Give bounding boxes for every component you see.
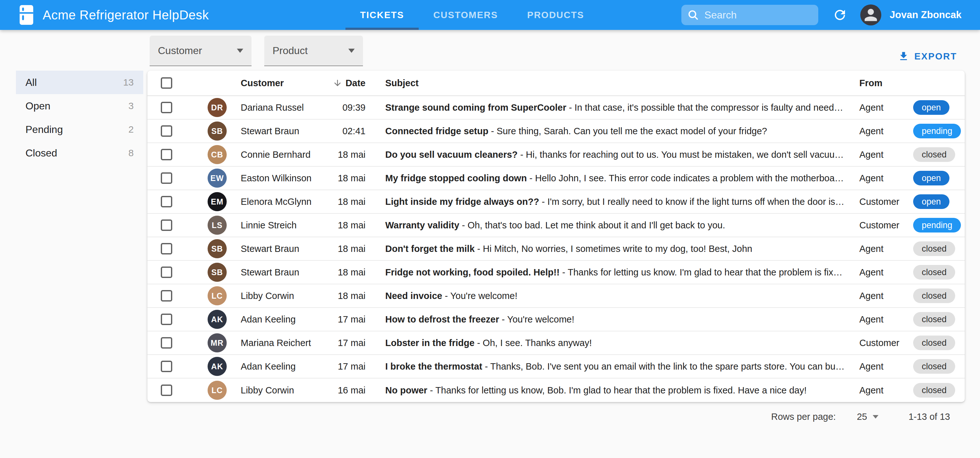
row-checkbox[interactable] bbox=[161, 149, 172, 160]
select-all-checkbox[interactable] bbox=[161, 77, 172, 89]
table-row[interactable]: SBStewart Braun02:41Connected fridge set… bbox=[147, 120, 965, 143]
row-checkbox[interactable] bbox=[161, 361, 172, 372]
row-checkbox[interactable] bbox=[161, 266, 172, 278]
customer-name: Easton Wilkinson bbox=[241, 173, 314, 184]
tab-tickets[interactable]: TICKETS bbox=[345, 0, 419, 30]
user-avatar[interactable] bbox=[860, 5, 881, 25]
search-box[interactable] bbox=[681, 5, 818, 25]
ticket-from: Agent bbox=[859, 314, 913, 325]
status-cell: closed bbox=[913, 147, 965, 162]
table-row[interactable]: SBStewart Braun18 maiFridge not working,… bbox=[147, 261, 965, 284]
row-checkbox-cell bbox=[161, 266, 172, 278]
product-filter-select[interactable]: Product bbox=[264, 36, 363, 66]
ticket-subject: Connected fridge setup - Sure thing, Sar… bbox=[385, 126, 846, 136]
header-date[interactable]: Date bbox=[315, 78, 366, 89]
status-badge: open bbox=[913, 171, 950, 185]
sidebar-item-label: Pending bbox=[25, 124, 63, 135]
ticket-subject-title: Warranty validity bbox=[385, 220, 460, 230]
table-row[interactable]: EWEaston Wilkinson18 maiMy fridge stoppe… bbox=[147, 166, 965, 190]
ticket-subject-title: How to defrost the freezer bbox=[385, 314, 499, 325]
row-checkbox[interactable] bbox=[161, 243, 172, 254]
row-checkbox-cell bbox=[161, 361, 172, 372]
table-row[interactable]: SBStewart Braun18 maiDon't forget the mi… bbox=[147, 237, 965, 261]
ticket-subject-title: Lobster in the fridge bbox=[385, 338, 474, 348]
ticket-preview: - Thanks, Bob. I've sent you an email wi… bbox=[485, 361, 845, 371]
ticket-subject-title: Connected fridge setup bbox=[385, 126, 488, 136]
row-checkbox[interactable] bbox=[161, 219, 172, 231]
sidebar-item-pending[interactable]: Pending2 bbox=[16, 118, 143, 141]
table-row[interactable]: AKAdan Keeling17 maiI broke the thermost… bbox=[147, 355, 965, 379]
header-customer[interactable]: Customer bbox=[241, 78, 314, 89]
chevron-down-icon bbox=[237, 49, 243, 53]
ticket-subject: Lobster in the fridge - Oh, I see. Thank… bbox=[385, 338, 846, 348]
customer-avatar: LC bbox=[208, 381, 227, 400]
refresh-button[interactable] bbox=[832, 7, 848, 22]
row-checkbox-cell bbox=[161, 125, 172, 137]
table-row[interactable]: EMElenora McGlynn18 maiLight inside my f… bbox=[147, 190, 965, 214]
sort-desc-icon bbox=[333, 78, 342, 88]
fridge-icon bbox=[19, 5, 34, 25]
header-subject[interactable]: Subject bbox=[385, 78, 846, 89]
status-cell: closed bbox=[913, 383, 965, 398]
customer-name: Elenora McGlynn bbox=[241, 197, 314, 207]
status-cell: closed bbox=[913, 336, 965, 350]
ticket-date: 18 mai bbox=[315, 149, 366, 160]
header-avatar-spacer bbox=[208, 73, 227, 93]
sidebar-item-count: 2 bbox=[128, 124, 134, 135]
status-cell: closed bbox=[913, 265, 965, 280]
ticket-date: 18 mai bbox=[315, 291, 366, 301]
row-checkbox[interactable] bbox=[161, 314, 172, 325]
row-checkbox[interactable] bbox=[161, 196, 172, 208]
ticket-subject-title: My fridge stopped cooling down bbox=[385, 173, 527, 183]
sidebar-item-closed[interactable]: Closed8 bbox=[16, 141, 143, 165]
row-checkbox[interactable] bbox=[161, 125, 172, 137]
status-badge: open bbox=[913, 194, 950, 209]
table-row[interactable]: LCLibby Corwin16 maiNo power - Thanks fo… bbox=[147, 379, 965, 402]
table-row[interactable]: DRDariana Russel09:39Strange sound comin… bbox=[147, 96, 965, 120]
tab-customers[interactable]: CUSTOMERS bbox=[419, 0, 512, 30]
export-button[interactable]: EXPORT bbox=[896, 50, 959, 62]
customer-name: Connie Bernhard bbox=[241, 149, 314, 160]
rows-per-page-select[interactable]: 25 bbox=[857, 412, 878, 422]
table-row[interactable]: AKAdan Keeling17 maiHow to defrost the f… bbox=[147, 308, 965, 331]
tab-products[interactable]: PRODUCTS bbox=[512, 0, 599, 30]
refresh-icon bbox=[832, 7, 848, 22]
search-input[interactable] bbox=[704, 9, 813, 21]
row-checkbox-cell bbox=[161, 243, 172, 254]
table-row[interactable]: MRMariana Reichert17 maiLobster in the f… bbox=[147, 331, 965, 355]
row-checkbox[interactable] bbox=[161, 102, 172, 113]
search-icon bbox=[687, 9, 699, 21]
ticket-from: Agent bbox=[859, 385, 913, 396]
sidebar-item-all[interactable]: All13 bbox=[16, 71, 143, 94]
ticket-subject-title: No power bbox=[385, 385, 427, 395]
status-cell: open bbox=[913, 100, 965, 115]
row-checkbox-cell bbox=[161, 314, 172, 325]
ticket-preview: - Oh, I see. Thanks anyway! bbox=[477, 338, 592, 348]
table-row[interactable]: LCLibby Corwin18 maiNeed invoice - You'r… bbox=[147, 284, 965, 308]
row-checkbox-cell bbox=[161, 219, 172, 231]
row-checkbox[interactable] bbox=[161, 385, 172, 396]
main-content: All13Open3Pending2Closed8 Customer Date … bbox=[0, 71, 980, 402]
row-checkbox-cell bbox=[161, 290, 172, 301]
status-cell: closed bbox=[913, 241, 965, 256]
customer-avatar: CB bbox=[208, 145, 227, 164]
status-badge: closed bbox=[913, 336, 955, 350]
table-row[interactable]: LSLinnie Streich18 maiWarranty validity … bbox=[147, 214, 965, 237]
row-checkbox[interactable] bbox=[161, 173, 172, 184]
table-row[interactable]: CBConnie Bernhard18 maiDo you sell vacuu… bbox=[147, 143, 965, 166]
status-sidebar: All13Open3Pending2Closed8 bbox=[0, 71, 147, 165]
customer-filter-select[interactable]: Customer bbox=[150, 36, 251, 66]
sidebar-item-label: Closed bbox=[25, 147, 57, 159]
ticket-subject: Fridge not working, food spoiled. Help!!… bbox=[385, 267, 846, 278]
customer-name: Libby Corwin bbox=[241, 291, 314, 301]
user-name: Jovan Zboncak bbox=[889, 9, 961, 21]
row-checkbox-cell bbox=[161, 196, 172, 208]
customer-avatar: SB bbox=[208, 239, 227, 258]
header-from[interactable]: From bbox=[859, 78, 913, 89]
sidebar-item-open[interactable]: Open3 bbox=[16, 94, 143, 118]
row-checkbox[interactable] bbox=[161, 337, 172, 349]
status-badge: closed bbox=[913, 312, 955, 326]
row-checkbox[interactable] bbox=[161, 290, 172, 301]
ticket-subject: How to defrost the freezer - You're welc… bbox=[385, 314, 846, 325]
ticket-from: Customer bbox=[859, 338, 913, 348]
